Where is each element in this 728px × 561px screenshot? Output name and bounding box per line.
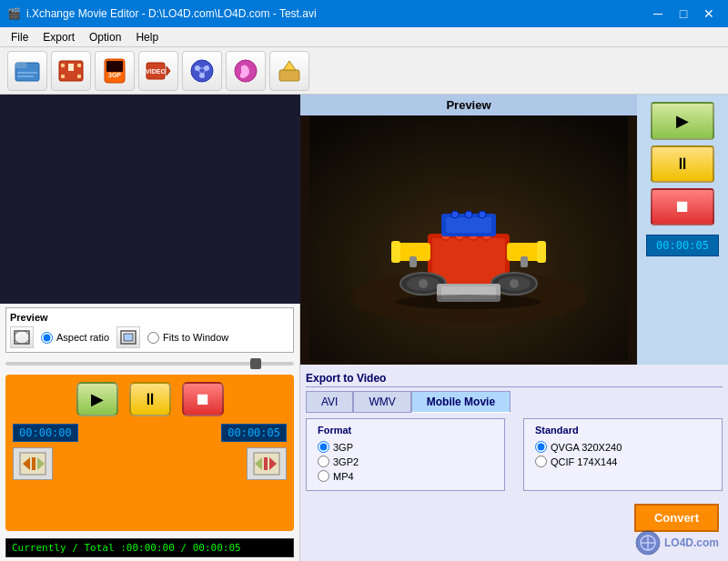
svg-rect-25 bbox=[240, 74, 243, 77]
svg-rect-34 bbox=[124, 334, 133, 341]
standard-qcif[interactable]: QCIF 174X144 bbox=[535, 456, 711, 467]
convert-button[interactable]: Convert bbox=[634, 504, 719, 532]
svg-point-70 bbox=[396, 295, 541, 309]
svg-rect-8 bbox=[77, 64, 81, 67]
svg-rect-41 bbox=[264, 457, 268, 470]
svg-text:VIDEO: VIDEO bbox=[146, 68, 166, 75]
timecode-start: 00:00:00 bbox=[13, 424, 78, 442]
export-section: Export to Video AVI WMV Mobile Movie For… bbox=[300, 365, 728, 561]
svg-rect-54 bbox=[537, 241, 546, 263]
format-mp4[interactable]: MP4 bbox=[318, 470, 493, 482]
svg-text:3GP: 3GP bbox=[108, 72, 121, 78]
toolbar-audio[interactable] bbox=[226, 51, 266, 91]
standard-group-title: Standard bbox=[535, 425, 711, 436]
right-pause-button[interactable]: ⏸ bbox=[651, 145, 714, 183]
fits-window-radio[interactable]: Fits to Window bbox=[147, 332, 228, 344]
standard-qvga[interactable]: QVGA 320X240 bbox=[535, 441, 711, 453]
play-button[interactable]: ▶ bbox=[76, 382, 118, 416]
svg-rect-5 bbox=[61, 64, 65, 67]
out-point-button[interactable] bbox=[247, 447, 287, 480]
svg-rect-69 bbox=[521, 256, 528, 267]
menu-help[interactable]: Help bbox=[128, 29, 166, 45]
slider-bar[interactable] bbox=[5, 362, 294, 366]
tab-wmv[interactable]: WMV bbox=[353, 391, 410, 413]
svg-rect-3 bbox=[17, 75, 34, 77]
app-icon: 🎬 bbox=[7, 7, 21, 20]
transport-controls: ▶ ⏸ ⏹ bbox=[13, 382, 287, 416]
aspect-ratio-icon[interactable] bbox=[10, 326, 34, 348]
stop-button[interactable]: ⏹ bbox=[182, 382, 224, 416]
svg-point-16 bbox=[191, 60, 213, 82]
svg-rect-6 bbox=[68, 64, 74, 71]
svg-rect-52 bbox=[391, 241, 400, 263]
svg-point-58 bbox=[465, 211, 472, 218]
svg-marker-15 bbox=[167, 66, 170, 75]
orange-panel: ▶ ⏸ ⏹ 00:00:00 00:00:05 bbox=[5, 375, 294, 531]
preview-section-title: Preview bbox=[10, 312, 289, 323]
minimize-button[interactable]: ─ bbox=[646, 4, 670, 24]
format-group-title: Format bbox=[318, 425, 493, 436]
title-bar: 🎬 i.Xchange Movie Editor - D:\LO4D.com\L… bbox=[0, 0, 728, 27]
menu-export[interactable]: Export bbox=[35, 29, 82, 45]
svg-rect-7 bbox=[61, 75, 65, 78]
export-options: Format 3GP 3GP2 MP4 S bbox=[306, 418, 723, 491]
menu-bar: File Export Option Help bbox=[0, 27, 728, 47]
status-bar: Currently / Total :00:00:00 / 00:00:05 bbox=[5, 538, 294, 557]
svg-point-65 bbox=[510, 279, 519, 288]
svg-point-62 bbox=[419, 279, 428, 288]
aspect-ratio-radio[interactable]: Aspect ratio bbox=[41, 332, 109, 344]
close-button[interactable]: ✕ bbox=[697, 4, 721, 24]
right-preview-header: Preview bbox=[300, 95, 637, 115]
toolbar-video[interactable]: VIDEO bbox=[138, 51, 178, 91]
export-tabs: AVI WMV Mobile Movie bbox=[306, 391, 723, 413]
tab-mobile-movie[interactable]: Mobile Movie bbox=[411, 391, 511, 413]
right-top: Preview bbox=[300, 95, 728, 365]
right-stop-button[interactable]: ⏹ bbox=[651, 188, 714, 225]
status-text: Currently / Total :00:00:00 / 00:00:05 bbox=[12, 542, 241, 554]
right-controls-wrap: ▶ ⏸ ⏹ 00:00:05 bbox=[637, 95, 728, 365]
left-video-area bbox=[0, 95, 300, 304]
toolbar-3gp[interactable]: 3GP bbox=[95, 51, 135, 91]
slider-container bbox=[5, 360, 294, 367]
toolbar-export[interactable] bbox=[269, 51, 309, 91]
tab-avi[interactable]: AVI bbox=[306, 391, 353, 413]
format-3gp[interactable]: 3GP bbox=[318, 441, 493, 453]
svg-point-59 bbox=[479, 211, 486, 218]
right-play-button[interactable]: ▶ bbox=[651, 102, 714, 140]
preview-section: Preview Aspect ratio bbox=[5, 307, 294, 353]
toolbar: 3GP VIDEO bbox=[0, 47, 728, 95]
svg-rect-1 bbox=[15, 63, 26, 68]
right-video-area: Preview bbox=[300, 95, 637, 365]
format-3gp2[interactable]: 3GP2 bbox=[318, 456, 493, 467]
right-timecode: 00:00:05 bbox=[646, 235, 719, 256]
fits-window-icon[interactable] bbox=[116, 326, 140, 348]
fits-window-label: Fits to Window bbox=[163, 332, 228, 343]
main-content: Preview Aspect ratio bbox=[0, 95, 728, 561]
svg-rect-56 bbox=[446, 217, 491, 233]
svg-rect-2 bbox=[17, 72, 37, 74]
timecode-end: 00:00:05 bbox=[221, 424, 287, 442]
right-panel: Preview bbox=[300, 95, 728, 561]
toolbar-effects[interactable] bbox=[182, 51, 222, 91]
toolbar-open[interactable] bbox=[7, 51, 47, 91]
watermark-text: LO4D.com bbox=[664, 536, 719, 549]
slider-thumb[interactable] bbox=[250, 358, 261, 369]
svg-marker-27 bbox=[283, 61, 296, 70]
timecodes-row: 00:00:00 00:00:05 bbox=[13, 424, 287, 442]
menu-file[interactable]: File bbox=[4, 29, 35, 45]
preview-controls-row: Aspect ratio Fits to Window bbox=[10, 326, 289, 348]
pause-button[interactable]: ⏸ bbox=[129, 382, 171, 416]
menu-option[interactable]: Option bbox=[82, 29, 128, 45]
svg-rect-37 bbox=[32, 457, 35, 470]
right-preview-title: Preview bbox=[446, 98, 490, 112]
maximize-button[interactable]: □ bbox=[672, 4, 695, 24]
svg-rect-68 bbox=[410, 256, 417, 267]
svg-rect-9 bbox=[77, 75, 81, 78]
svg-point-57 bbox=[451, 211, 459, 218]
export-title: Export to Video bbox=[306, 370, 723, 387]
left-panel: Preview Aspect ratio bbox=[0, 95, 300, 561]
left-video-placeholder bbox=[0, 95, 300, 304]
toolbar-film[interactable] bbox=[51, 51, 91, 91]
in-out-row bbox=[13, 447, 287, 480]
in-point-button[interactable] bbox=[13, 447, 53, 480]
